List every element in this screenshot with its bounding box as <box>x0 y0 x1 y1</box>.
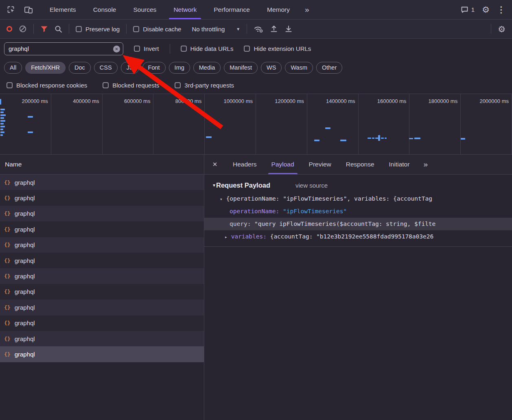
record-button[interactable] <box>7 26 12 32</box>
request-mark <box>325 127 330 129</box>
hide-data-urls-checkbox[interactable]: Hide data URLs <box>181 45 234 52</box>
kebab-menu-icon[interactable]: ⋮ <box>497 5 505 14</box>
search-button[interactable] <box>55 25 62 33</box>
throttling-select[interactable]: No throttling ▼ <box>192 26 240 33</box>
tab-network[interactable]: Network <box>165 0 205 19</box>
inspect-element-icon[interactable] <box>7 5 15 14</box>
network-conditions-button[interactable] <box>254 25 263 33</box>
tab-sources[interactable]: Sources <box>125 0 165 19</box>
filter-input[interactable] <box>4 42 123 55</box>
request-row[interactable]: {}graphql <box>0 253 204 268</box>
request-row[interactable]: {}graphql <box>0 268 204 284</box>
filter-chip-font[interactable]: Font <box>142 62 166 74</box>
request-mark <box>340 140 346 141</box>
checkbox-box <box>7 82 13 88</box>
request-mark <box>0 129 3 130</box>
blocked-response-cookies-checkbox[interactable]: Blocked response cookies <box>7 82 87 89</box>
filter-toggle-button[interactable] <box>40 26 48 33</box>
timeline-overview[interactable]: 200000 ms400000 ms600000 ms800000 ms1000… <box>0 94 512 155</box>
disable-cache-checkbox[interactable]: Disable cache <box>133 26 181 33</box>
tab-performance[interactable]: Performance <box>205 0 258 19</box>
invert-checkbox[interactable]: Invert <box>134 45 159 52</box>
preserve-log-label: Preserve log <box>85 26 120 33</box>
detail-tab-response[interactable]: Response <box>339 155 382 174</box>
preserve-log-checkbox[interactable]: Preserve log <box>76 26 120 33</box>
blocked-response-cookies-label: Blocked response cookies <box>16 82 87 89</box>
detail-tab-payload[interactable]: Payload <box>264 155 302 174</box>
timeline-section: 200000 ms <box>0 94 51 154</box>
request-row[interactable]: {}graphql <box>0 175 204 190</box>
request-row[interactable]: {}graphql <box>0 300 204 315</box>
divider <box>33 24 34 34</box>
hide-extension-urls-checkbox[interactable]: Hide extension URLs <box>244 45 311 52</box>
clear-button[interactable] <box>19 25 27 33</box>
invert-label: Invert <box>144 45 159 52</box>
tab-elements[interactable]: Elements <box>41 0 85 19</box>
payload-operation-line[interactable]: operationName: "ipFlowTimeseries" <box>204 205 512 218</box>
divider <box>170 44 170 54</box>
detail-tab-preview[interactable]: Preview <box>302 155 339 174</box>
filter-chip-wasm[interactable]: Wasm <box>285 62 313 74</box>
request-mark <box>0 134 3 136</box>
name-column-header[interactable]: Name <box>0 155 204 175</box>
request-row[interactable]: {}graphql <box>0 331 204 346</box>
detail-tab-initiator[interactable]: Initiator <box>382 155 417 174</box>
payload-variables-line[interactable]: ▸variables: {accountTag: "b12e3b2192ee55… <box>204 230 512 243</box>
settings-gear-icon[interactable]: ⚙ <box>482 5 490 14</box>
third-party-requests-checkbox[interactable]: 3rd-party requests <box>175 82 234 89</box>
payload-root-line[interactable]: ▾{operationName: "ipFlowTimeseries", var… <box>204 192 512 205</box>
request-mark <box>409 138 413 139</box>
more-panels-icon[interactable]: » <box>298 0 316 19</box>
more-detail-tabs-icon[interactable]: » <box>417 155 434 174</box>
request-row[interactable]: {}graphql <box>0 221 204 237</box>
braces-icon: {} <box>4 195 11 201</box>
filter-chip-all[interactable]: All <box>4 62 22 74</box>
filter-chip-js[interactable]: JS <box>121 62 139 74</box>
timeline-section: 1800000 ms <box>409 94 461 154</box>
close-details-icon[interactable]: ✕ <box>204 155 225 174</box>
payload-query-line-selected[interactable]: query: "query ipFlowTimeseries($accountT… <box>204 218 512 230</box>
dropdown-arrow-icon: ▼ <box>236 27 240 31</box>
request-name: graphql <box>15 257 35 264</box>
blocked-requests-checkbox[interactable]: Blocked requests <box>103 82 159 89</box>
issues-counter[interactable]: 1 <box>461 6 475 13</box>
request-row[interactable]: {}graphql <box>0 284 204 300</box>
request-mark <box>0 123 4 125</box>
braces-icon: {} <box>4 320 11 326</box>
filter-chip-doc[interactable]: Doc <box>69 62 91 74</box>
request-name: graphql <box>15 241 35 248</box>
device-toolbar-icon[interactable] <box>24 6 33 14</box>
disclosure-open-icon[interactable]: ▾ <box>213 182 215 188</box>
request-row[interactable]: {}graphql <box>0 315 204 331</box>
request-name: graphql <box>15 195 35 201</box>
tab-memory[interactable]: Memory <box>258 0 298 19</box>
export-har-button[interactable] <box>284 25 293 33</box>
timeline-section: 1200000 ms <box>256 94 307 154</box>
request-name: graphql <box>15 304 35 311</box>
detail-tab-headers[interactable]: Headers <box>225 155 264 174</box>
timeline-section: 1000000 ms <box>205 94 256 154</box>
clear-filter-icon[interactable]: ✕ <box>113 46 120 52</box>
timeline-label: 400000 ms <box>73 98 99 104</box>
checkbox-box <box>134 46 140 52</box>
panel-tabs: ElementsConsoleSourcesNetworkPerformance… <box>41 0 298 19</box>
network-settings-gear-icon[interactable]: ⚙ <box>498 25 505 33</box>
filter-chip-media[interactable]: Media <box>193 62 221 74</box>
filter-chip-other[interactable]: Other <box>316 62 342 74</box>
request-row[interactable]: {}graphql <box>0 237 204 253</box>
filter-chip-manifest[interactable]: Manifest <box>224 62 258 74</box>
request-row[interactable]: {}graphql <box>0 206 204 221</box>
filter-chip-fetch-xhr[interactable]: Fetch/XHR <box>25 62 66 74</box>
filter-chip-ws[interactable]: WS <box>261 62 282 74</box>
network-filter-row: ✕ Invert Hide data URLs Hide extension U… <box>0 39 512 59</box>
request-mark <box>0 99 1 105</box>
funnel-icon <box>40 26 48 33</box>
tab-console[interactable]: Console <box>85 0 125 19</box>
filter-chip-css[interactable]: CSS <box>94 62 118 74</box>
view-source-link[interactable]: view source <box>295 182 328 189</box>
filter-chip-img[interactable]: Img <box>169 62 190 74</box>
request-row[interactable]: {}graphql <box>0 346 204 362</box>
request-row[interactable]: {}graphql <box>0 190 204 206</box>
import-har-button[interactable] <box>270 25 278 33</box>
timeline-label: 1000000 ms <box>223 98 253 104</box>
